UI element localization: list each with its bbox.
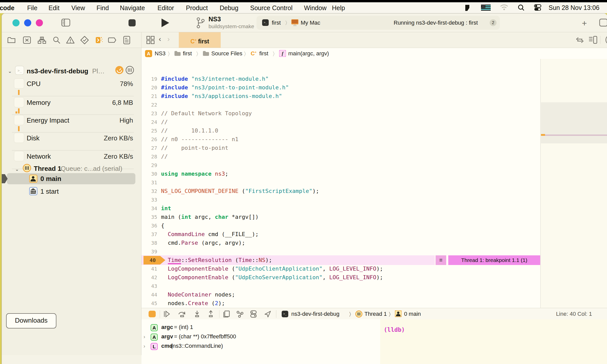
tab-overview-icon[interactable] [146,36,155,45]
line-number[interactable]: 24 [141,118,157,126]
control-center-icon[interactable] [534,4,541,11]
console-view[interactable]: (lldb) [380,319,607,364]
source-control-navigator-icon[interactable] [22,36,31,45]
find-navigator-icon[interactable] [52,36,61,45]
stop-button[interactable] [129,19,136,26]
gauge-label[interactable]: CPU [27,80,41,88]
line-number[interactable]: 37 [141,230,157,239]
line-number[interactable]: 36 [141,221,157,230]
line-number[interactable]: 30 [141,170,157,178]
view-hierarchy-icon[interactable] [222,310,231,318]
menu-view[interactable]: View [71,4,85,12]
debug-crumb-thread[interactable]: Thread 1 [364,311,387,317]
breakpoint-annotation[interactable]: Thread 1: breakpoint 1.1 (1) [448,255,540,265]
wifi-icon[interactable] [500,4,508,11]
memory-graph-icon[interactable] [236,310,244,318]
menu-source-control[interactable]: Source Control [250,4,293,12]
gauge-label[interactable]: Disk [27,134,40,142]
disclosure-chevron-icon[interactable]: ⌄ [8,68,12,74]
line-number[interactable]: 25 [141,126,157,135]
traffic-zoom-button[interactable] [36,19,43,26]
code-line[interactable]: 21#include "ns3/applications-module.h" [141,92,540,101]
forward-chevron-icon[interactable]: › [167,35,170,43]
code-line[interactable]: 36{ [141,221,540,230]
variable-row[interactable]: Aargc = (int) 1 [141,324,380,333]
line-number[interactable]: 20 [141,83,157,92]
spotlight-search-icon[interactable] [518,4,525,11]
menu-product[interactable]: Product [186,4,208,12]
menu-editor[interactable]: Editor [157,4,174,12]
issue-navigator-icon[interactable] [66,36,75,45]
code-line[interactable]: 22 [141,101,540,109]
code-line[interactable]: 32NS_LOG_COMPONENT_DEFINE ("FirstScriptE… [141,187,540,195]
jumpbar-file-first[interactable]: first [259,50,268,57]
thread-name[interactable]: Thread 1 [34,165,61,173]
step-out-icon[interactable] [207,310,215,318]
breakpoint-actions-menu-icon[interactable]: ≡ [436,255,446,265]
code-line[interactable]: 25// 10.1.1.0 [141,126,540,135]
code-line[interactable]: 26// n0 -------------- n1 [141,135,540,144]
line-number[interactable]: 32 [141,187,157,195]
code-line[interactable]: 31 [141,178,540,187]
code-line[interactable]: ≡Thread 1: breakpoint 1.1 (1)40 Time::Se… [141,256,540,264]
code-line[interactable]: 20#include "ns3/point-to-point-module.h" [141,83,540,92]
jumpbar-source-files[interactable]: Source Files [211,50,242,57]
report-navigator-icon[interactable] [122,36,131,45]
line-number[interactable]: 33 [141,195,157,204]
code-review-icon[interactable] [576,36,584,44]
issue-count-badge[interactable]: 2 [490,19,497,26]
window-layout-icon[interactable] [599,19,607,27]
line-number[interactable]: 19 [141,75,157,83]
code-line[interactable]: 42 LogComponentEnable ("UdpEchoServerApp… [141,273,540,282]
disclosure-chevron-icon[interactable]: › [143,343,145,349]
adjust-editor-options-icon[interactable] [588,36,598,44]
back-chevron-icon[interactable]: ‹ [159,35,161,43]
variable-row[interactable]: ›Aargv = (char **) 0x7ffeefbff500 [141,333,380,342]
line-number[interactable]: 34 [141,204,157,213]
menu-debug[interactable]: Debug [220,4,238,12]
breakpoint-navigator-icon[interactable] [108,36,117,45]
process-name[interactable]: ns3-dev-first-debug [27,67,88,75]
downloads-button[interactable]: Downloads [6,313,56,328]
line-number[interactable]: 38 [141,239,157,247]
code-line[interactable]: 39 [141,247,540,256]
minimap[interactable] [540,59,607,308]
thread-view-toggle-icon[interactable] [125,66,134,74]
run-destination[interactable]: My Mac [301,20,320,26]
sidebar-toggle-icon[interactable] [61,19,70,27]
simulate-location-icon[interactable] [264,310,271,318]
line-number[interactable]: 42 [141,273,157,282]
menu-apple-app[interactable]: Xcode [0,4,14,12]
code-line[interactable]: 33 [141,195,540,204]
keyboard-layout-flag-icon[interactable] [481,5,491,11]
environment-overrides-icon[interactable] [250,310,257,318]
line-number[interactable]: 43 [141,282,157,290]
debug-navigator-icon[interactable] [94,36,103,45]
debug-crumb-process[interactable]: ns3-dev-first-debug [291,311,340,317]
step-over-icon[interactable] [178,310,187,318]
code-line[interactable]: 37 CommandLine cmd (__FILE__); [141,230,540,239]
app-status-icon[interactable] [464,4,470,11]
run-button[interactable] [162,19,169,27]
scheme-name[interactable]: first [272,20,281,26]
code-line[interactable]: 41 LogComponentEnable ("UdpEchoClientApp… [141,264,540,273]
jump-bar[interactable]: A NS3 〉 first 〉 Source Files 〉 C+ first … [141,48,607,59]
menu-find[interactable]: Find [97,4,109,12]
menu-edit[interactable]: Edit [49,4,59,12]
line-number[interactable]: 35 [141,213,157,221]
line-number[interactable]: 31 [141,178,157,187]
line-number[interactable]: 45 [141,299,157,308]
code-line[interactable]: 44 NodeContainer nodes; [141,290,540,299]
line-number[interactable]: 44 [141,290,157,299]
tab-first[interactable]: C+first [179,32,221,48]
line-number[interactable]: 22 [141,101,157,109]
gauge-label[interactable]: Memory [27,99,51,107]
code-line[interactable]: 45 nodes.Create (2); [141,299,540,308]
line-number[interactable]: 29 [141,161,157,170]
code-line[interactable]: 34int [141,204,540,213]
code-line[interactable]: 19#include "ns3/internet-module.h" [141,75,540,83]
continue-icon[interactable] [163,310,171,318]
stack-frame-row-selected[interactable] [7,173,135,184]
line-number[interactable]: 26 [141,135,157,144]
debug-crumb-frame[interactable]: 0 main [404,311,421,317]
